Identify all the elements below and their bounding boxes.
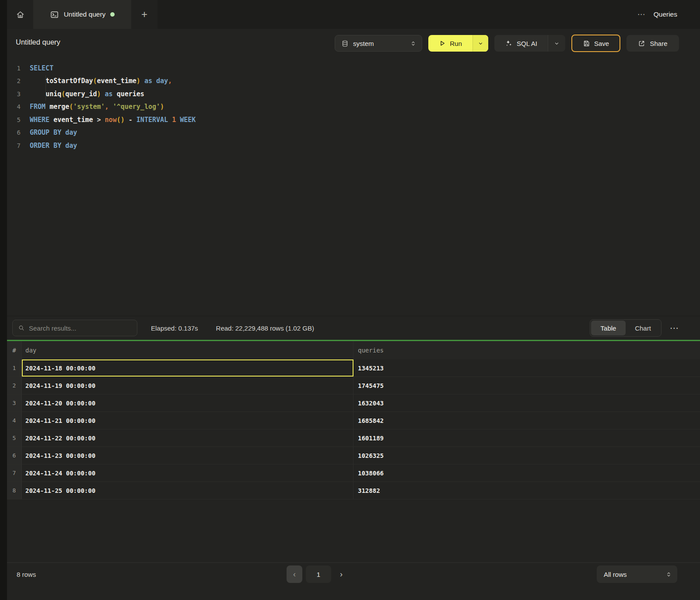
row-number: 7 <box>7 464 22 481</box>
database-value: system <box>353 40 374 47</box>
cell-queries[interactable]: 1632043 <box>354 394 700 412</box>
results-menu-button[interactable]: ⋯ <box>670 323 679 333</box>
results-toolbar: Elapsed: 0.137s Read: 22,229,488 rows (1… <box>7 316 700 340</box>
query-toolbar: Untitled query system <box>7 29 700 57</box>
table-row: 82024-11-25 00:00:00312882 <box>7 482 700 499</box>
sql-ai-button[interactable]: SQL AI <box>494 35 548 52</box>
results-footer: 8 rows ‹ 1 › All rows <box>7 562 700 600</box>
previous-page-button[interactable]: ‹ <box>287 565 302 583</box>
cell-queries[interactable]: 1745475 <box>354 377 700 394</box>
code-text: WHERE event_time > now() - INTERVAL 1 WE… <box>21 116 196 124</box>
row-number: 1 <box>7 359 22 377</box>
share-label: Share <box>650 40 667 47</box>
current-page-button[interactable]: 1 <box>306 565 331 583</box>
row-number: 8 <box>7 482 22 499</box>
cell-day[interactable]: 2024-11-19 00:00:00 <box>22 377 354 394</box>
code-line[interactable]: 4FROM merge('system', '^query_log') <box>7 101 700 114</box>
cell-queries[interactable]: 312882 <box>354 482 700 499</box>
tab-title: Untitled query <box>64 10 106 18</box>
sparkles-icon <box>505 39 513 47</box>
line-number: 7 <box>7 142 21 149</box>
code-line[interactable]: 5WHERE event_time > now() - INTERVAL 1 W… <box>7 113 700 126</box>
run-options-button[interactable] <box>472 35 488 52</box>
read-stat: Read: 22,229,488 rows (1.02 GB) <box>216 324 314 332</box>
code-lines: 1SELECT2 toStartOfDay(event_time) as day… <box>7 62 700 152</box>
code-text: uniq(query_id) as queries <box>21 90 144 98</box>
queries-link[interactable]: Queries <box>654 10 677 18</box>
save-icon <box>583 40 590 47</box>
tab-chart-view[interactable]: Chart <box>626 321 660 335</box>
code-line[interactable]: 3 uniq(query_id) as queries <box>7 87 700 101</box>
line-number: 6 <box>7 129 21 136</box>
home-icon <box>16 10 25 19</box>
cell-queries[interactable]: 1038066 <box>354 464 700 481</box>
pagination: ‹ 1 › <box>287 565 348 583</box>
cell-day[interactable]: 2024-11-24 00:00:00 <box>22 464 354 481</box>
search-box[interactable] <box>12 320 137 336</box>
cell-day[interactable]: 2024-11-21 00:00:00 <box>22 412 354 429</box>
share-button[interactable]: Share <box>626 35 679 52</box>
table-row: 72024-11-24 00:00:001038066 <box>7 464 700 482</box>
code-text: GROUP BY day <box>21 129 77 136</box>
code-line[interactable]: 2 toStartOfDay(event_time) as day, <box>7 75 700 88</box>
run-button[interactable]: Run <box>428 35 472 52</box>
table-row: 12024-11-18 00:00:001345213 <box>7 359 700 377</box>
page-title: Untitled query <box>16 38 60 46</box>
code-line[interactable]: 1SELECT <box>7 62 700 75</box>
page-size-selector[interactable]: All rows <box>597 565 677 583</box>
sql-ai-options-button[interactable] <box>548 35 565 52</box>
results-table: # day queries 12024-11-18 00:00:00134521… <box>7 341 700 499</box>
sql-ai-button-group: SQL AI <box>494 35 565 52</box>
database-selector[interactable]: system <box>335 35 422 52</box>
up-down-chevrons-icon <box>410 40 416 47</box>
up-down-chevrons-icon <box>665 571 672 578</box>
cell-day[interactable]: 2024-11-22 00:00:00 <box>22 429 354 447</box>
row-number: 6 <box>7 447 22 464</box>
cell-day[interactable]: 2024-11-20 00:00:00 <box>22 394 354 412</box>
home-button[interactable] <box>7 0 33 29</box>
line-number: 2 <box>7 77 21 84</box>
row-number: 5 <box>7 429 22 447</box>
code-line[interactable]: 6GROUP BY day <box>7 126 700 140</box>
code-text: FROM merge('system', '^query_log') <box>21 103 164 111</box>
toolbar-actions: system Run <box>335 35 679 52</box>
page-size-value: All rows <box>604 571 665 578</box>
cell-day[interactable]: 2024-11-25 00:00:00 <box>22 482 354 499</box>
ellipsis-icon[interactable]: ⋯ <box>637 10 646 19</box>
next-page-button[interactable]: › <box>335 565 348 583</box>
share-icon <box>638 40 645 47</box>
save-label: Save <box>594 40 609 47</box>
column-header-day[interactable]: day <box>22 341 354 359</box>
unsaved-dot-icon <box>110 12 115 17</box>
tab-bar: Untitled query + ⋯ Queries <box>0 0 700 29</box>
chevron-down-icon <box>478 41 483 46</box>
cell-queries[interactable]: 1345213 <box>354 359 700 377</box>
column-header-index[interactable]: # <box>7 341 22 359</box>
row-number: 3 <box>7 394 22 412</box>
line-number: 4 <box>7 103 21 110</box>
save-button[interactable]: Save <box>571 35 620 52</box>
search-input[interactable] <box>29 324 132 332</box>
new-tab-button[interactable]: + <box>131 0 158 29</box>
cell-day[interactable]: 2024-11-23 00:00:00 <box>22 447 354 464</box>
line-number: 5 <box>7 116 21 123</box>
elapsed-stat: Elapsed: 0.137s <box>151 324 198 332</box>
tab-untitled-query[interactable]: Untitled query <box>33 0 131 29</box>
sql-ai-label: SQL AI <box>517 40 537 47</box>
cell-queries[interactable]: 1601189 <box>354 429 700 447</box>
cell-queries[interactable]: 1026325 <box>354 447 700 464</box>
table-body: 12024-11-18 00:00:00134521322024-11-19 0… <box>7 359 700 499</box>
code-text: toStartOfDay(event_time) as day, <box>21 77 172 85</box>
column-header-queries[interactable]: queries <box>354 341 700 359</box>
tab-table-view[interactable]: Table <box>591 321 626 335</box>
sql-editor[interactable]: 1SELECT2 toStartOfDay(event_time) as day… <box>7 57 700 316</box>
table-row: 42024-11-21 00:00:001685842 <box>7 412 700 429</box>
row-number: 2 <box>7 377 22 394</box>
cell-queries[interactable]: 1685842 <box>354 412 700 429</box>
cell-day-selected[interactable]: 2024-11-18 00:00:00 <box>22 359 354 377</box>
code-text: ORDER BY day <box>21 142 77 150</box>
line-number: 1 <box>7 65 21 72</box>
code-line[interactable]: 7ORDER BY day <box>7 139 700 152</box>
table-header-row: # day queries <box>7 341 700 359</box>
row-number: 4 <box>7 412 22 429</box>
